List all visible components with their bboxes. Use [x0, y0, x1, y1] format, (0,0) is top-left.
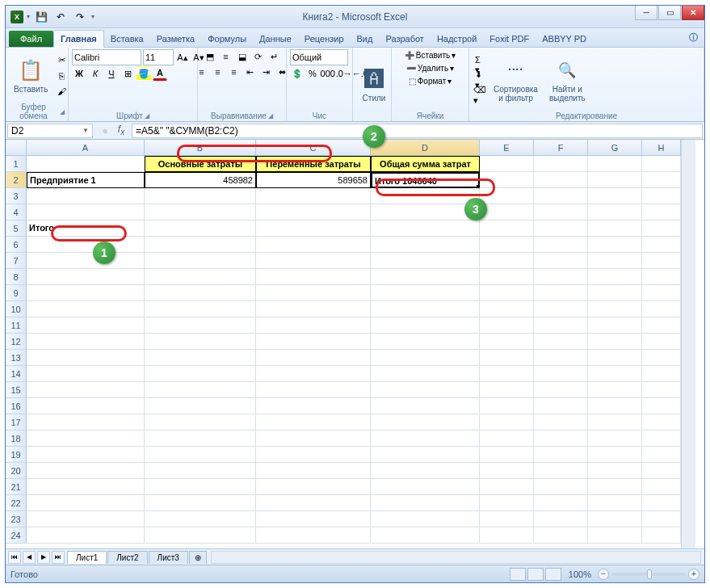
cell-b16[interactable]	[145, 398, 256, 414]
sort-filter-button[interactable]: ᠁ Сортировка и фильтр	[489, 54, 543, 106]
cell-c21[interactable]	[256, 479, 371, 495]
cell-d5[interactable]	[371, 220, 480, 237]
row-header-23[interactable]: 23	[6, 511, 27, 527]
tab-layout[interactable]: Разметка	[150, 31, 202, 47]
cell-f13[interactable]	[534, 350, 588, 366]
cell-e21[interactable]	[480, 479, 534, 495]
cell-h8[interactable]	[642, 269, 681, 285]
cell-d23[interactable]	[371, 511, 480, 527]
sheet-tab-1[interactable]: Лист1	[67, 551, 107, 564]
cell-b10[interactable]	[145, 301, 256, 317]
cell-g19[interactable]	[588, 447, 642, 463]
file-tab[interactable]: Файл	[9, 31, 53, 47]
row-header-12[interactable]: 12	[6, 334, 27, 350]
cell-a11[interactable]	[27, 317, 145, 334]
inc-decimal-button[interactable]: .0→	[337, 66, 351, 81]
cell-g2[interactable]	[588, 172, 642, 188]
align-left-button[interactable]: ≡	[195, 65, 209, 79]
row-header-1[interactable]: 1	[6, 156, 27, 172]
cell-h17[interactable]	[642, 414, 681, 430]
row-header-11[interactable]: 11	[6, 317, 27, 334]
cell-h7[interactable]	[642, 253, 681, 269]
cell-g9[interactable]	[588, 285, 642, 301]
cell-a3[interactable]	[27, 188, 145, 204]
cell-e16[interactable]	[480, 398, 534, 414]
row-header-5[interactable]: 5	[6, 220, 27, 237]
cell-h19[interactable]	[642, 447, 681, 463]
cell-b12[interactable]	[145, 334, 256, 350]
cell-d19[interactable]	[371, 447, 480, 463]
row-header-2[interactable]: 2	[6, 172, 27, 188]
find-select-button[interactable]: 🔍 Найти и выделить	[544, 54, 590, 106]
cell-d18[interactable]	[371, 430, 480, 447]
cell-d20[interactable]	[371, 463, 480, 479]
row-header-20[interactable]: 20	[6, 463, 27, 479]
cell-c9[interactable]	[256, 285, 371, 301]
font-launcher[interactable]: ◢	[145, 112, 149, 120]
cell-h1[interactable]	[642, 156, 681, 172]
cell-d22[interactable]	[371, 495, 480, 511]
cell-b9[interactable]	[145, 285, 256, 301]
format-painter-button[interactable]: 🖌	[54, 84, 69, 99]
cell-h18[interactable]	[642, 430, 681, 447]
sheet-nav-first[interactable]: ⏮	[8, 551, 21, 564]
row-header-13[interactable]: 13	[6, 350, 27, 366]
row-header-6[interactable]: 6	[6, 237, 27, 253]
align-bottom-button[interactable]: ⬓	[235, 49, 250, 64]
cell-c3[interactable]	[256, 188, 371, 204]
cell-a1[interactable]	[27, 156, 145, 172]
cell-f4[interactable]	[534, 204, 588, 220]
maximize-button[interactable]: ▭	[658, 6, 681, 20]
cell-a15[interactable]	[27, 382, 145, 398]
cell-f12[interactable]	[534, 334, 588, 350]
tab-home[interactable]: Главная	[53, 30, 104, 48]
delete-cells-button[interactable]: ➖Удалить ▾	[395, 62, 465, 74]
horizontal-scrollbar[interactable]	[211, 551, 701, 564]
cell-f16[interactable]	[534, 398, 588, 414]
cell-c12[interactable]	[256, 334, 371, 350]
cell-b7[interactable]	[145, 253, 256, 269]
cell-h6[interactable]	[642, 237, 681, 253]
cell-e20[interactable]	[480, 463, 534, 479]
cell-d24[interactable]	[371, 527, 480, 544]
cell-c24[interactable]	[256, 527, 371, 544]
cell-h10[interactable]	[642, 301, 681, 317]
cell-b2[interactable]: 458982	[145, 172, 256, 188]
currency-button[interactable]: 💲	[290, 66, 305, 81]
border-button[interactable]: ⊞	[120, 66, 135, 81]
cell-d3[interactable]	[371, 188, 480, 204]
cell-c16[interactable]	[256, 398, 371, 414]
align-top-button[interactable]: ⬒	[203, 49, 217, 64]
indent-dec-button[interactable]: ⇤	[243, 65, 258, 79]
cell-a10[interactable]	[27, 301, 145, 317]
cell-g7[interactable]	[588, 253, 642, 269]
col-header-c[interactable]: C	[256, 140, 371, 156]
ribbon-help-icon[interactable]: ⓘ	[683, 28, 704, 47]
col-header-g[interactable]: G	[588, 140, 642, 156]
cell-g17[interactable]	[588, 414, 642, 430]
vertical-scrollbar[interactable]	[681, 140, 695, 548]
cell-d10[interactable]	[371, 301, 480, 317]
cell-f17[interactable]	[534, 414, 588, 430]
cell-g24[interactable]	[588, 527, 642, 544]
tab-data[interactable]: Данные	[253, 31, 298, 47]
cell-c5[interactable]	[256, 220, 371, 237]
minimize-button[interactable]: ─	[635, 6, 657, 20]
cell-a22[interactable]	[27, 495, 145, 511]
comma-button[interactable]: 000	[321, 66, 335, 81]
undo-button[interactable]: ↶	[53, 9, 69, 25]
bold-button[interactable]: Ж	[72, 66, 86, 81]
cell-d6[interactable]	[371, 237, 480, 253]
align-center-button[interactable]: ≡	[211, 65, 225, 79]
cell-f2[interactable]	[534, 172, 588, 188]
cell-d9[interactable]	[371, 285, 480, 301]
cell-c7[interactable]	[256, 253, 371, 269]
cell-a14[interactable]	[27, 366, 145, 382]
cell-e3[interactable]	[480, 188, 534, 204]
cell-c10[interactable]	[256, 301, 371, 317]
cell-c8[interactable]	[256, 269, 371, 285]
new-sheet-button[interactable]: ⊕	[189, 551, 207, 564]
row-header-14[interactable]: 14	[6, 366, 27, 382]
zoom-out-button[interactable]: −	[598, 569, 609, 580]
cell-c4[interactable]	[256, 204, 371, 220]
